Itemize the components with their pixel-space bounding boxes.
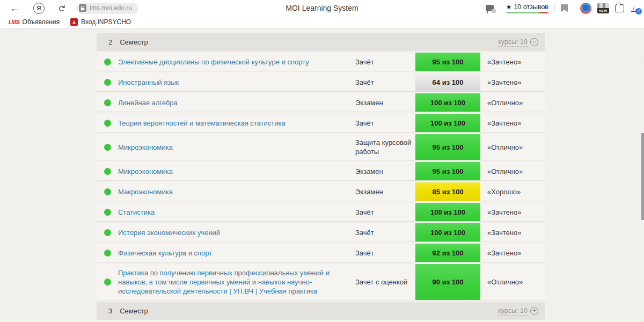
course-link[interactable]: Статистика — [118, 208, 155, 217]
course-row: Макроэкономика Экзамен 85 из 100 «Хорошо… — [97, 182, 545, 201]
course-table-body: Элективные дисциплины по физической куль… — [97, 53, 545, 301]
course-row: Физическая культура и спорт Зачёт 92 из … — [97, 244, 545, 262]
grade-text: «Зачтено» — [480, 223, 545, 241]
bookmark-label: Вход.INPSYCHO — [81, 18, 131, 26]
status-cell — [97, 244, 118, 262]
grade-text: «Хорошо» — [480, 182, 545, 201]
exam-type: Защита курсовой работы — [355, 134, 415, 160]
grade-text: «Зачтено» — [480, 114, 545, 132]
course-link[interactable]: Линейная алгебра — [118, 98, 178, 107]
course-row: Линейная алгебра Экзамен 100 из 100 «Отл… — [97, 93, 545, 112]
exam-type: Зачёт — [355, 114, 415, 132]
course-link[interactable]: Практика по получению первичных професси… — [118, 268, 350, 296]
course-row: Практика по получению первичных професси… — [97, 264, 545, 301]
status-dot-icon — [104, 79, 111, 86]
status-cell — [97, 93, 118, 112]
course-cell: Физическая культура и спорт — [118, 244, 355, 262]
course-row: Теория вероятностей и математическая ста… — [97, 114, 545, 133]
page-content: 2 Семестр курсы: 10 − Элективные дисципл… — [0, 28, 644, 322]
downloads-count-badge: 2 — [635, 8, 642, 14]
semester-3-expand-toggle[interactable]: курсы: 10 + — [498, 307, 538, 316]
course-cell: Иностранный язык — [118, 73, 355, 91]
courses-count-label: курсы: 10 — [498, 38, 528, 47]
status-cell — [97, 223, 118, 241]
extension-browser-icon[interactable] — [580, 3, 591, 14]
grade-text: «Отлично» — [480, 134, 545, 160]
course-cell: Практика по получению первичных професси… — [118, 264, 355, 300]
toolbar-divider — [574, 4, 574, 12]
course-row: Статистика Зачёт 100 из 100 «Зачтено» — [97, 203, 545, 222]
course-link[interactable]: Микроэкономика — [118, 167, 173, 176]
course-cell: История экономических учений — [118, 223, 355, 241]
exam-type: Зачёт — [355, 223, 415, 241]
score-badge: 100 из 100 — [415, 203, 480, 221]
score-badge: 92 из 100 — [415, 244, 480, 262]
grade-text: «Зачтено» — [480, 203, 545, 221]
grade-text: «Отлично» — [480, 264, 545, 300]
status-cell — [97, 134, 118, 160]
status-dot-icon — [104, 144, 111, 151]
refresh-button[interactable]: ↻ — [57, 4, 66, 12]
lock-icon[interactable] — [79, 4, 86, 12]
course-link[interactable]: Элективные дисциплины по физической куль… — [118, 57, 309, 67]
course-link[interactable]: Физическая культура и спорт — [118, 248, 212, 258]
inpsycho-favicon: ▲ — [70, 18, 78, 26]
status-dot-icon — [104, 58, 111, 65]
new-badge-label: NEW — [597, 8, 609, 13]
star-icon: ★ — [506, 3, 512, 11]
course-row: Микроэкономика Экзамен 95 из 100 «Отличн… — [97, 162, 545, 181]
status-dot-icon — [104, 99, 111, 106]
score-badge: 100 из 100 — [415, 93, 480, 112]
course-row: Иностранный язык Зачёт 64 из 100 «Зачтен… — [97, 73, 545, 92]
score-badge: 85 из 100 — [415, 182, 480, 201]
semester-number: 2 — [108, 38, 112, 46]
bookmark-icon[interactable] — [561, 4, 568, 12]
score-badge: 95 из 100 — [415, 53, 480, 71]
course-link[interactable]: Макроэкономика — [118, 187, 173, 196]
extension-new-icon[interactable]: NEW — [597, 3, 609, 13]
courses-count-label: курсы: 10 — [498, 307, 528, 316]
site-reviews-button[interactable]: ★ 10 отзывов — [506, 3, 548, 13]
address-bar[interactable]: lms.moi.edu.ru — [77, 3, 138, 14]
status-cell — [97, 264, 118, 300]
downloads-button[interactable]: ↓ 2 — [630, 3, 640, 13]
site-protect-icon[interactable] — [486, 5, 494, 11]
course-cell: Линейная алгебра — [118, 93, 355, 112]
score-badge: 100 из 100 — [415, 223, 480, 241]
status-dot-icon — [104, 120, 111, 127]
course-cell: Статистика — [118, 203, 355, 221]
status-dot-icon — [104, 188, 111, 195]
status-dot-icon — [104, 279, 111, 286]
course-cell: Теория вероятностей и математическая ста… — [118, 114, 355, 132]
status-cell — [97, 114, 118, 132]
expand-plus-icon: + — [530, 307, 538, 315]
grade-text: «Зачтено» — [480, 73, 545, 91]
collections-icon[interactable] — [615, 4, 624, 12]
course-cell: Микроэкономика — [118, 162, 355, 180]
course-link[interactable]: Иностранный язык — [118, 78, 179, 87]
status-dot-icon — [104, 250, 111, 257]
bookmark-announcements[interactable]: LMS Объявления — [5, 18, 63, 26]
course-link[interactable]: Теория вероятностей и математическая ста… — [118, 119, 286, 128]
yandex-home-icon[interactable]: Я — [33, 3, 45, 14]
exam-type: Экзамен — [355, 162, 415, 180]
grade-text: «Зачтено» — [480, 53, 545, 71]
score-badge: 95 из 100 — [415, 134, 480, 160]
bookmarks-bar: LMS Объявления ▲ Вход.INPSYCHO — [0, 16, 644, 28]
course-link[interactable]: Микроэкономика — [118, 143, 173, 152]
rating-bar — [506, 12, 548, 13]
url-text[interactable]: lms.moi.edu.ru — [90, 4, 132, 12]
bookmark-inpsycho[interactable]: ▲ Вход.INPSYCHO — [67, 18, 134, 26]
course-cell: Макроэкономика — [118, 182, 355, 201]
grade-text: «Зачтено» — [480, 244, 545, 262]
bookmark-label: Объявления — [23, 18, 60, 26]
exam-type: Зачёт — [355, 53, 415, 71]
status-cell — [97, 73, 118, 91]
back-button[interactable]: ← — [10, 3, 19, 13]
scrollbar-thumb[interactable] — [641, 133, 644, 220]
course-link[interactable]: История экономических учений — [118, 228, 220, 237]
semester-2-collapse-toggle[interactable]: курсы: 10 − — [498, 38, 538, 47]
course-row: Элективные дисциплины по физической куль… — [97, 53, 545, 71]
page-title: MOI Learning System — [286, 4, 358, 12]
status-cell — [97, 162, 118, 180]
